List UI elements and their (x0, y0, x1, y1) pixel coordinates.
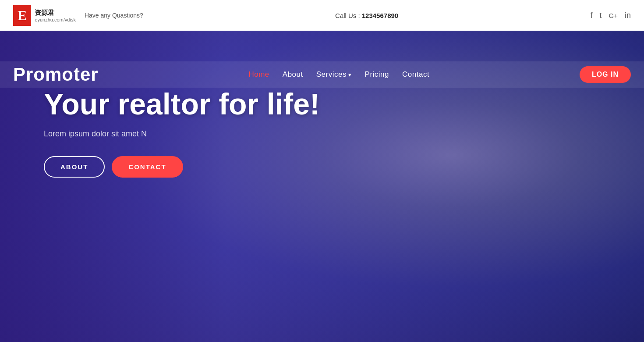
phone-number: 1234567890 (362, 12, 398, 19)
contact-button[interactable]: CONTACT (112, 156, 183, 178)
hero-buttons: ABOUT CONTACT (44, 156, 320, 178)
social-links: f t G+ in (591, 11, 631, 20)
logo-text: 资源君 eyunzhu.com/vdisk (35, 9, 76, 22)
top-bar: E 资源君 eyunzhu.com/vdisk Have any Quastio… (0, 0, 644, 31)
hero-content: Your realtor for life! Lorem ipsum dolor… (44, 88, 320, 178)
nav-item-about[interactable]: About (283, 70, 303, 79)
nav-link-about[interactable]: About (283, 70, 303, 78)
any-questions-link[interactable]: Have any Quastions? (85, 12, 143, 19)
hero-section: Promoter Home About Services Pricing Con… (0, 31, 644, 342)
nav-link-pricing[interactable]: Pricing (365, 70, 389, 78)
linkedin-icon[interactable]: in (625, 11, 631, 20)
twitter-icon[interactable]: t (600, 11, 602, 20)
facebook-icon[interactable]: f (591, 11, 593, 20)
nav-item-contact[interactable]: Contact (402, 70, 429, 79)
logo-box: E (13, 5, 31, 26)
nav-link-contact[interactable]: Contact (402, 70, 429, 78)
nav-bar: Promoter Home About Services Pricing Con… (0, 61, 644, 88)
logo[interactable]: E 资源君 eyunzhu.com/vdisk (13, 5, 76, 26)
top-bar-left: E 资源君 eyunzhu.com/vdisk Have any Quastio… (13, 5, 143, 26)
brand-name: Promoter (13, 64, 99, 85)
nav-item-home[interactable]: Home (248, 70, 269, 79)
nav-links: Home About Services Pricing Contact (248, 70, 429, 79)
nav-link-home[interactable]: Home (248, 70, 269, 78)
about-button[interactable]: ABOUT (44, 156, 105, 178)
logo-url: eyunzhu.com/vdisk (35, 17, 76, 22)
call-label: Call Us : (335, 12, 360, 19)
nav-item-pricing[interactable]: Pricing (365, 70, 389, 79)
nav-link-services[interactable]: Services (316, 70, 352, 78)
hero-title: Your realtor for life! (44, 88, 320, 121)
googleplus-icon[interactable]: G+ (609, 12, 618, 19)
logo-letter: E (18, 7, 27, 24)
nav-item-services[interactable]: Services (316, 70, 352, 79)
logo-cn: 资源君 (35, 9, 76, 17)
hero-subtitle: Lorem ipsum dolor sit amet N (44, 129, 320, 139)
login-button[interactable]: LOG IN (580, 66, 631, 83)
call-info: Call Us : 1234567890 (335, 12, 398, 19)
